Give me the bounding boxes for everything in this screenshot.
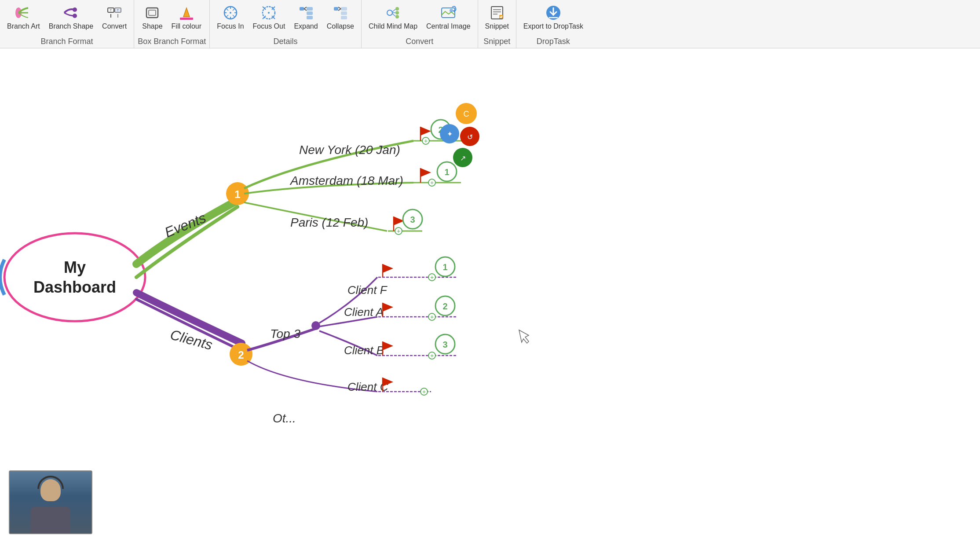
svg-rect-29 [341, 16, 347, 19]
svg-text:+: + [430, 352, 434, 359]
fill-colour-icon [178, 4, 195, 22]
mindmap-canvas[interactable]: My Dashboard Events 1 New York (20 Jan) … [0, 48, 980, 543]
droptask-section-label: DropTask [520, 35, 587, 48]
shape-label: Shape [142, 22, 162, 30]
svg-text:+: + [422, 388, 426, 395]
svg-line-34 [392, 9, 395, 12]
collapse-icon [332, 4, 349, 22]
person-body [31, 507, 70, 533]
svg-rect-27 [341, 7, 347, 11]
export-droptask-button[interactable]: Export to DropTask [520, 2, 587, 32]
focus-in-button[interactable]: Focus In [213, 2, 247, 32]
details-label: Details [213, 35, 358, 48]
svg-text:+: + [424, 137, 428, 144]
svg-line-36 [392, 14, 395, 16]
svg-text:+: + [397, 227, 400, 235]
svg-point-31 [395, 7, 399, 11]
svg-text:1: 1 [234, 188, 240, 200]
svg-text:✦: ✦ [447, 130, 453, 138]
svg-rect-26 [334, 7, 338, 11]
export-droptask-icon [545, 4, 562, 22]
svg-marker-114 [519, 330, 529, 343]
svg-text:Amsterdam (18 Mar): Amsterdam (18 Mar) [289, 174, 403, 187]
svg-line-17 [233, 15, 235, 17]
svg-point-1 [73, 7, 77, 12]
svg-point-86 [311, 321, 320, 330]
svg-point-38 [450, 9, 453, 12]
collapse-button[interactable]: Collapse [323, 2, 358, 32]
fill-colour-button[interactable]: Fill colour [168, 2, 205, 32]
fill-colour-label: Fill colour [172, 22, 201, 30]
box-branch-format-label: Box Branch Format [138, 35, 206, 48]
svg-point-33 [395, 15, 399, 18]
convert-label: Convert [102, 22, 127, 30]
expand-button[interactable]: Expand [290, 2, 321, 32]
svg-text:+: + [430, 179, 434, 186]
expand-icon [297, 4, 315, 22]
svg-text:3: 3 [410, 215, 415, 224]
snippet-button[interactable]: Snippet [482, 2, 512, 32]
svg-text:2: 2 [238, 349, 244, 361]
droptask-section: Export to DropTask DropTask [516, 0, 590, 48]
svg-rect-24 [307, 11, 313, 15]
branch-art-label: Branch Art [7, 22, 40, 30]
snippet-section: Snippet Snippet [478, 0, 516, 48]
svg-rect-28 [341, 11, 347, 15]
svg-text:↺: ↺ [467, 133, 473, 141]
svg-text:1: 1 [444, 167, 449, 177]
svg-rect-9 [180, 18, 193, 20]
branch-format-section: Branch Art Branch Shape T [0, 0, 134, 48]
snippet-section-label: Snippet [482, 35, 512, 48]
svg-text:3: 3 [442, 340, 447, 349]
svg-text:1: 1 [442, 262, 447, 272]
svg-text:My: My [64, 258, 86, 276]
shape-icon [143, 4, 161, 22]
focus-in-label: Focus In [217, 22, 244, 30]
svg-text:2: 2 [442, 301, 447, 311]
branch-shape-icon [62, 4, 80, 22]
svg-text:Ot...: Ot... [273, 411, 296, 425]
snippet-label: Snippet [485, 22, 509, 30]
svg-point-2 [73, 14, 77, 18]
details-section: Focus In Focus Out [210, 0, 362, 48]
collapse-label: Collapse [327, 22, 354, 30]
svg-rect-25 [307, 16, 313, 19]
expand-label: Expand [294, 22, 318, 30]
svg-text:Dashboard: Dashboard [33, 278, 116, 296]
svg-text:+: + [430, 274, 434, 281]
svg-point-47 [4, 233, 145, 321]
box-branch-format-section: Shape Fill colour Box Branch Format [134, 0, 210, 48]
svg-point-11 [230, 12, 231, 14]
svg-text:Paris (12 Feb): Paris (12 Feb) [290, 216, 368, 229]
central-image-label: Central Image [426, 22, 471, 30]
svg-text:Client F: Client F [347, 283, 388, 297]
focus-out-button[interactable]: Focus Out [249, 2, 289, 32]
toolbar: Branch Art Branch Shape T [0, 0, 980, 48]
svg-text:↗: ↗ [460, 154, 466, 162]
svg-rect-22 [300, 7, 304, 11]
branch-shape-label: Branch Shape [49, 22, 93, 30]
branch-art-button[interactable]: Branch Art [4, 2, 44, 32]
svg-point-32 [395, 11, 399, 15]
child-mind-map-icon [384, 4, 402, 22]
central-image-button[interactable]: Central Image [423, 2, 474, 32]
svg-text:C: C [464, 110, 469, 118]
svg-rect-23 [307, 7, 313, 11]
branch-format-label: Branch Format [4, 35, 130, 48]
svg-text:Client A: Client A [344, 305, 384, 319]
svg-line-16 [226, 8, 228, 11]
convert-button[interactable]: T T Convert [99, 2, 130, 32]
svg-text:T: T [117, 9, 119, 12]
convert-section-label: Convert [365, 35, 474, 48]
svg-point-30 [387, 10, 392, 15]
svg-text:Client B: Client B [344, 344, 384, 357]
person-head [40, 479, 61, 501]
export-droptask-label: Export to DropTask [523, 22, 583, 30]
convert-section: Child Mind Map Central Image Convert [362, 0, 478, 48]
mindmap-svg: My Dashboard Events 1 New York (20 Jan) … [0, 48, 980, 543]
branch-shape-button[interactable]: Branch Shape [45, 2, 97, 32]
shape-button[interactable]: Shape [139, 2, 166, 32]
video-overlay [9, 470, 92, 534]
svg-rect-7 [146, 8, 158, 18]
child-mind-map-button[interactable]: Child Mind Map [365, 2, 421, 32]
